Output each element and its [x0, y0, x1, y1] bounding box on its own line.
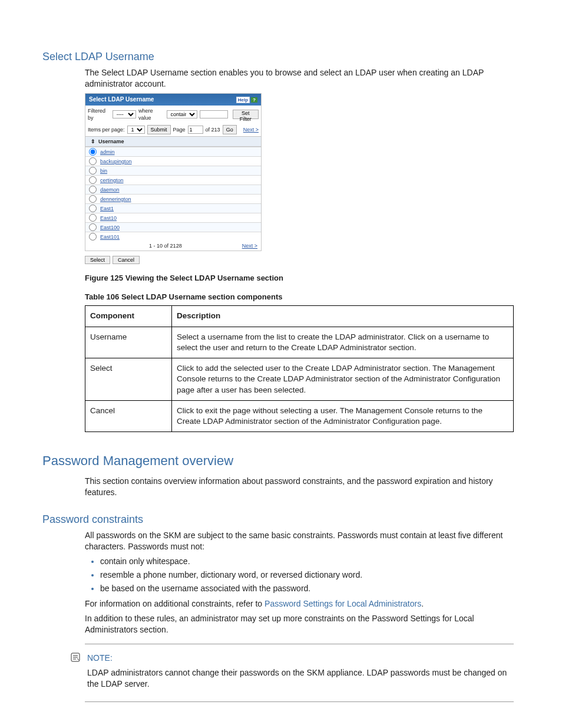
th-description: Description: [172, 306, 514, 327]
page-input[interactable]: [188, 126, 203, 134]
submit-button[interactable]: Submit: [147, 125, 171, 134]
table-row: Cancel Click to exit the page without se…: [85, 400, 514, 431]
password-settings-link[interactable]: Password Settings for Local Administrato…: [265, 599, 421, 608]
section-heading-password-constraints: Password constraints: [42, 512, 520, 526]
select-button[interactable]: Select: [85, 256, 110, 264]
table-row: East101: [85, 232, 261, 241]
mini-title: Select LDAP Username: [89, 95, 154, 104]
row-radio[interactable]: [89, 214, 97, 222]
page-label: Page: [173, 126, 186, 133]
table-row: dennerington: [85, 194, 261, 203]
row-radio[interactable]: [89, 176, 97, 184]
mini-rows: admin backupington bin certington daemon…: [85, 147, 261, 241]
table-row: certington: [85, 175, 261, 185]
note-label: NOTE:: [87, 653, 514, 664]
help-icon[interactable]: ?: [251, 97, 257, 103]
td-component: Select: [85, 358, 172, 401]
table-row: bin: [85, 166, 261, 175]
table-row: East1: [85, 203, 261, 213]
where-value-label: where value: [138, 107, 164, 121]
row-radio[interactable]: [89, 233, 97, 241]
row-radio[interactable]: [89, 223, 97, 231]
ldap-screenshot: Select LDAP Username Help? Filtered by -…: [85, 93, 262, 251]
username-link[interactable]: East10: [100, 215, 117, 222]
constraint-list: contain only whitespace. resemble a phon…: [92, 556, 514, 594]
figure-caption: Figure 125 Viewing the Select LDAP Usern…: [85, 273, 514, 284]
filtered-by-label: Filtered by: [88, 107, 110, 121]
paragraph: For information on additional constraint…: [85, 598, 514, 610]
username-link[interactable]: admin: [100, 149, 115, 156]
paragraph: In addition to these rules, an administr…: [85, 613, 514, 635]
list-item: contain only whitespace.: [100, 556, 514, 567]
next-link-bottom[interactable]: Next >: [242, 242, 257, 249]
table-caption: Table 106 Select LDAP Username section c…: [85, 292, 514, 302]
sort-icon[interactable]: ⇕: [88, 138, 98, 145]
table-row: East10: [85, 213, 261, 222]
username-link[interactable]: backupington: [100, 158, 132, 165]
list-item: be based on the username associated with…: [100, 583, 514, 594]
note-text: LDAP administrators cannot change their …: [87, 667, 514, 690]
paragraph: All passwords on the SKM are subject to …: [85, 530, 514, 552]
username-link[interactable]: East101: [100, 233, 120, 241]
help-link[interactable]: Help: [236, 97, 250, 103]
table-row: daemon: [85, 185, 261, 194]
range-label: 1 - 10 of 2128: [149, 242, 182, 249]
filter-value-input[interactable]: [200, 110, 228, 118]
divider: [85, 701, 514, 702]
section-heading-password-mgmt: Password Management overview: [42, 452, 520, 470]
row-radio[interactable]: [89, 195, 97, 203]
go-button[interactable]: Go: [223, 125, 237, 134]
filter-op-select[interactable]: contains: [167, 110, 197, 118]
table-row: Username Select a username from the list…: [85, 327, 514, 358]
row-radio[interactable]: [89, 205, 97, 212]
username-link[interactable]: East100: [100, 224, 120, 231]
section-intro: The Select LDAP Username section enables…: [85, 67, 514, 90]
section-intro: This section contains overview informati…: [85, 476, 514, 498]
row-radio[interactable]: [89, 157, 97, 165]
divider: [85, 644, 514, 644]
username-link[interactable]: East1: [100, 205, 114, 212]
username-link[interactable]: bin: [100, 167, 107, 174]
th-component: Component: [85, 306, 172, 327]
td-description: Select a username from the list to creat…: [172, 327, 514, 358]
col-username[interactable]: Username: [98, 138, 124, 145]
items-per-page-label: Items per page:: [88, 126, 125, 133]
username-link[interactable]: daemon: [100, 186, 120, 193]
table-row: East100: [85, 222, 261, 232]
filter-field-select[interactable]: ----: [113, 110, 136, 118]
td-component: Cancel: [85, 400, 172, 431]
username-link[interactable]: dennerington: [100, 196, 131, 203]
cancel-button[interactable]: Cancel: [113, 256, 140, 264]
components-table: Component Description Username Select a …: [85, 305, 514, 432]
td-component: Username: [85, 327, 172, 358]
table-row: Select Click to add the selected user to…: [85, 358, 514, 401]
username-link[interactable]: certington: [100, 177, 124, 184]
items-per-page-select[interactable]: 10: [127, 126, 145, 134]
row-radio[interactable]: [89, 167, 97, 174]
table-row: admin: [85, 147, 261, 156]
section-heading-select-ldap: Select LDAP Username: [42, 50, 520, 64]
row-radio[interactable]: [89, 186, 97, 193]
next-link-top[interactable]: Next >: [243, 126, 259, 133]
table-row: backupington: [85, 156, 261, 166]
set-filter-button[interactable]: Set Filter: [233, 110, 259, 119]
td-description: Click to exit the page without selecting…: [172, 400, 514, 431]
list-item: resemble a phone number, dictionary word…: [100, 569, 514, 581]
note-icon: [71, 653, 80, 665]
row-radio[interactable]: [89, 148, 97, 156]
of-pages-label: of 213: [206, 126, 220, 133]
td-description: Click to add the selected user to the Cr…: [172, 358, 514, 401]
